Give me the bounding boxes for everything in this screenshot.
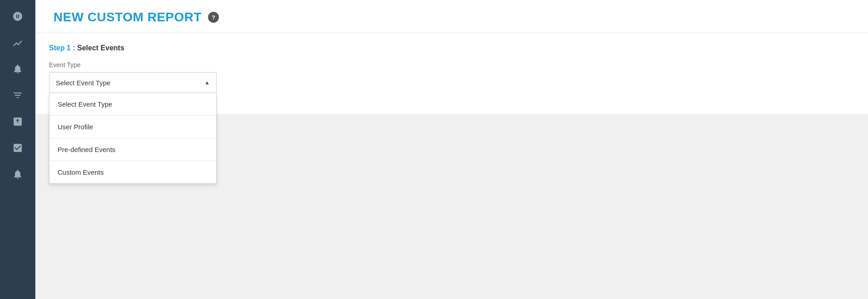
event-type-dropdown[interactable]: Select Event Type ▲ — [49, 72, 217, 93]
event-type-form-group: Event Type Select Event Type ▲ Select Ev… — [49, 61, 854, 93]
filter-icon — [12, 90, 23, 101]
main-content: NEW CUSTOM REPORT ? Step 1 : Select Even… — [35, 0, 868, 299]
sidebar-item-dashboard[interactable] — [4, 5, 31, 28]
tasks-icon — [12, 142, 23, 153]
sidebar-item-alerts[interactable] — [4, 57, 31, 81]
sidebar-item-reports[interactable] — [4, 110, 31, 133]
notifications-icon — [12, 169, 23, 180]
event-type-dropdown-menu: Select Event Type User Profile Pre-defin… — [49, 93, 217, 184]
alerts-icon — [12, 64, 23, 74]
step-title: Select Events — [77, 44, 124, 52]
sidebar-item-filter[interactable] — [4, 83, 31, 107]
event-type-dropdown-wrapper: Select Event Type ▲ Select Event Type Us… — [49, 72, 217, 93]
sidebar-item-notifications[interactable] — [4, 162, 31, 186]
help-icon[interactable]: ? — [208, 12, 219, 23]
dropdown-option-select[interactable]: Select Event Type — [49, 93, 216, 116]
step-header: Step 1 : Select Events — [49, 44, 854, 52]
reports-icon — [12, 116, 23, 127]
dashboard-icon — [12, 11, 23, 22]
dropdown-option-pre-defined[interactable]: Pre-defined Events — [49, 138, 216, 161]
page-title: NEW CUSTOM REPORT — [53, 10, 202, 25]
step-card: Step 1 : Select Events Event Type Select… — [35, 33, 868, 114]
event-type-label: Event Type — [49, 61, 854, 69]
page-header: NEW CUSTOM REPORT ? — [35, 0, 868, 33]
dropdown-arrow-icon: ▲ — [204, 79, 210, 86]
page-content: Step 1 : Select Events Event Type Select… — [35, 33, 868, 299]
dropdown-option-custom[interactable]: Custom Events — [49, 161, 216, 183]
dropdown-selected-label: Select Event Type — [56, 79, 111, 87]
analytics-icon — [12, 37, 23, 48]
step-label: Step 1 : — [49, 44, 75, 52]
sidebar-item-analytics[interactable] — [4, 31, 31, 54]
sidebar — [0, 0, 35, 299]
dropdown-option-user-profile[interactable]: User Profile — [49, 116, 216, 138]
sidebar-item-tasks[interactable] — [4, 136, 31, 160]
